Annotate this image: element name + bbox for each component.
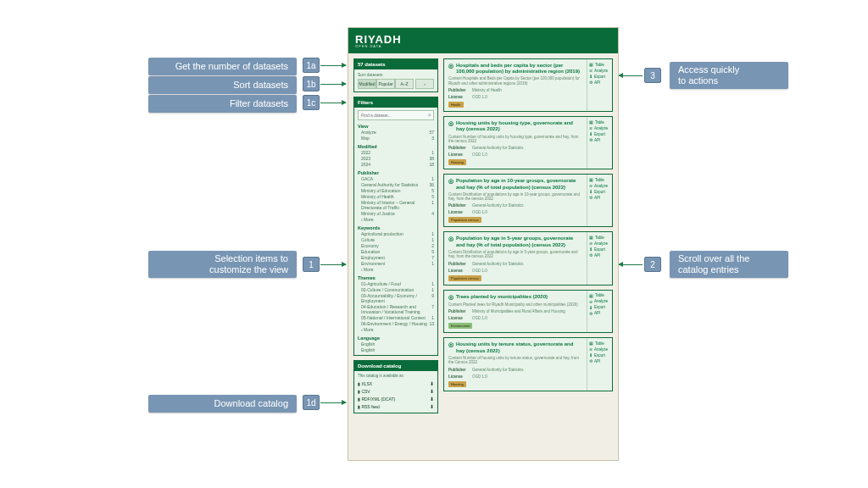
facet-item[interactable]: › More [358, 326, 434, 332]
action-api[interactable]: ⚙API [589, 195, 610, 200]
action-api[interactable]: ⚙API [589, 137, 610, 142]
action-api[interactable]: ⚙API [589, 311, 610, 316]
gear-icon: ⚙ [589, 80, 593, 85]
facet-item[interactable]: Culture1 [358, 236, 434, 242]
dataset-tag[interactable]: Environment [448, 323, 472, 329]
facet-item[interactable]: GACA1 [358, 175, 434, 181]
chart-icon: ≋ [589, 347, 593, 352]
facet-item[interactable]: 202338 [358, 155, 434, 161]
action-analyze[interactable]: ≋Analyze [589, 125, 610, 130]
facet-item[interactable]: Education5 [358, 248, 434, 254]
facet-item[interactable]: Ministry of Health5 [358, 193, 434, 199]
facet-item[interactable]: 04-Education / Research and Innovation /… [358, 303, 434, 314]
action-table[interactable]: ▦Table [589, 119, 610, 125]
facet-item[interactable]: Employment7 [358, 254, 434, 260]
facet-item[interactable]: Environment1 [358, 260, 434, 266]
facet-item[interactable]: › More [358, 266, 434, 272]
search-input[interactable] [358, 110, 434, 120]
badge-1b: 1b [303, 76, 320, 92]
dataset-tag[interactable]: Population census [448, 275, 481, 281]
facet-item[interactable]: 06-Environment / Energy / Housing13 [358, 320, 434, 326]
chart-icon: ≋ [589, 68, 593, 73]
dataset-card[interactable]: ◎Population by age in 5-year groups, gov… [443, 231, 613, 285]
action-export[interactable]: ⬇Export [589, 305, 610, 310]
meta-license: OGD 1.0 [472, 95, 487, 99]
facet-item[interactable]: Analyze57 [358, 129, 434, 135]
sort-modified[interactable]: Modified [358, 79, 376, 89]
dataset-title: Housing units by housing type, governora… [456, 120, 582, 132]
sort-pager[interactable]: ‹ [415, 79, 434, 89]
facet-item[interactable]: Agricultural production1 [358, 230, 434, 236]
facet-item[interactable]: General Authority for Statistics36 [358, 181, 434, 187]
meta-license: OGD 1.0 [472, 210, 487, 214]
action-api[interactable]: ⚙API [589, 80, 610, 85]
dataset-card[interactable]: ◎Housing units by housing type, governor… [443, 116, 613, 169]
action-table[interactable]: ▦Table [589, 293, 610, 298]
action-table[interactable]: ▦Table [589, 177, 610, 182]
action-export[interactable]: ⬇Export [589, 189, 610, 194]
sort-popular[interactable]: Popular [376, 79, 395, 89]
facet-item[interactable]: 03-Accountability / Economy / Employment… [358, 292, 434, 303]
gear-icon: ⚙ [589, 252, 593, 258]
dataset-card[interactable]: ◎Hospitals and beds per capita by sector… [443, 58, 613, 112]
facet-item[interactable]: Ministry of Education5 [358, 187, 434, 193]
dataset-tag[interactable]: Housing [448, 381, 466, 387]
meta-publisher: General Authority for Statistics [472, 368, 524, 372]
action-analyze[interactable]: ≋Analyze [589, 347, 610, 352]
facet-item[interactable]: 20221 [358, 149, 434, 155]
dataset-tag[interactable]: Health [448, 102, 464, 108]
dataset-card[interactable]: ◎Housing units by tenure status, governo… [443, 337, 613, 391]
download-format[interactable]: ▮ CSV⬇ [358, 387, 434, 395]
facet-item[interactable]: Ministry of Interior – General Directora… [358, 199, 434, 210]
action-analyze[interactable]: ≋Analyze [589, 68, 610, 73]
action-table[interactable]: ▦Table [589, 62, 610, 67]
action-api[interactable]: ⚙API [589, 358, 610, 363]
search-icon[interactable]: ⌕ [428, 112, 431, 117]
action-analyze[interactable]: ≋Analyze [589, 183, 610, 188]
facet-item[interactable]: 02-Culture / Communication1 [358, 286, 434, 292]
facet-item[interactable]: Economy2 [358, 242, 434, 248]
facet-item[interactable]: Map3 [358, 135, 434, 141]
action-export[interactable]: ⬇Export [589, 131, 610, 136]
download-format[interactable]: ▮ RSS feed⬇ [358, 402, 434, 410]
action-api[interactable]: ⚙API [589, 252, 610, 258]
gear-icon: ⚙ [589, 358, 593, 363]
table-icon: ▦ [589, 235, 593, 240]
action-export[interactable]: ⬇Export [589, 74, 610, 79]
action-analyze[interactable]: ≋Analyze [589, 299, 610, 304]
dataset-list[interactable]: ◎Hospitals and beds per capita by sector… [443, 58, 613, 413]
action-export[interactable]: ⬇Export [589, 352, 610, 358]
arrow-3 [619, 75, 643, 76]
facet-item[interactable]: 05-National / International Context1 [358, 314, 434, 320]
action-table[interactable]: ▦Table [589, 235, 610, 240]
action-analyze[interactable]: ≋Analyze [589, 241, 610, 246]
sort-tabs: Modified Popular A–Z ‹ [358, 79, 434, 89]
facet-item[interactable]: › More [358, 216, 434, 222]
download-format[interactable]: ▮ XLSX⬇ [358, 380, 434, 387]
table-icon: ▦ [589, 177, 593, 182]
sort-az[interactable]: A–Z [395, 79, 414, 89]
dataset-card[interactable]: ◎Trees planted by municipalities (2020)C… [443, 290, 613, 334]
meta-license-label: License [448, 152, 467, 157]
facet-item[interactable]: English [358, 347, 434, 352]
logo[interactable]: RIYADH OPEN DATA [355, 34, 402, 48]
facet-item[interactable]: 01-Agriculture / Food1 [358, 280, 434, 286]
callout-scroll: Scroll over all the catalog entries [670, 251, 788, 278]
chart-icon: ≋ [589, 299, 593, 304]
facet-item[interactable]: Ministry of Justice4 [358, 210, 434, 216]
card-actions: ▦Table≋Analyze⬇Export⚙API [587, 291, 612, 333]
callout-filter: Filter datasets [148, 95, 297, 113]
download-format[interactable]: ▮ RDF/XML (DCAT)⬇ [358, 395, 434, 402]
facet-item[interactable]: English [358, 341, 434, 347]
action-table[interactable]: ▦Table [589, 341, 610, 346]
dataset-tag[interactable]: Housing [448, 159, 466, 165]
dataset-card[interactable]: ◎Population by age in 10-year groups, go… [443, 174, 613, 227]
action-export[interactable]: ⬇Export [589, 247, 610, 252]
callout-actions: Access quickly to actions [670, 62, 788, 89]
arrow-1c [320, 103, 346, 103]
badge-1a: 1a [303, 58, 320, 73]
dataset-tag[interactable]: Population census [448, 217, 481, 223]
meta-publisher-label: Publisher [448, 88, 467, 92]
download-header: Download catalog [354, 361, 437, 371]
facet-item[interactable]: 202418 [358, 161, 434, 167]
